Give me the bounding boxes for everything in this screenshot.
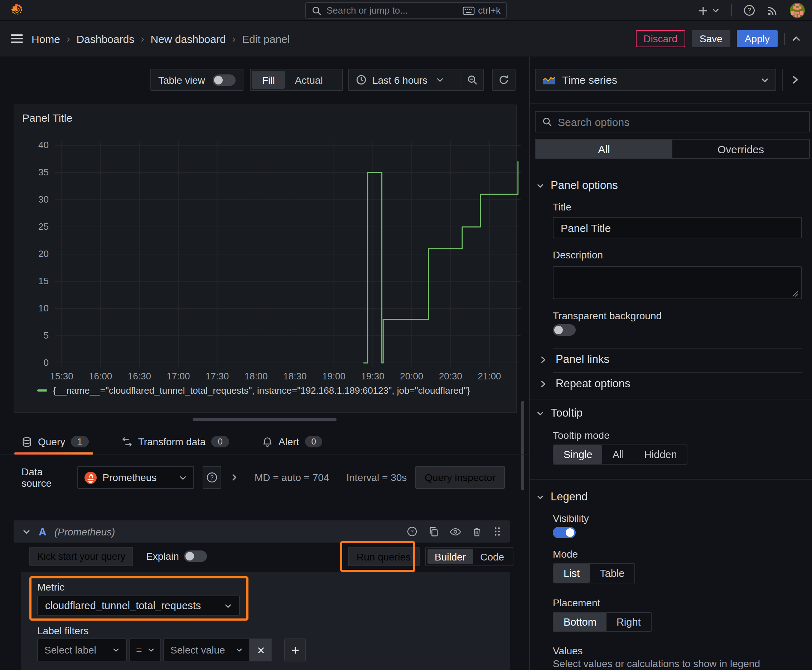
plus-icon xyxy=(697,5,709,16)
builder-code-switch: Builder Code xyxy=(425,547,514,566)
breadcrumb-dashboards[interactable]: Dashboards xyxy=(76,32,134,45)
tab-query[interactable]: Query 1 xyxy=(22,429,89,454)
tooltip-mode-switch: Single All Hidden xyxy=(553,445,688,465)
label-filters-label: Label filters xyxy=(37,625,88,636)
tab-alert[interactable]: Alert 0 xyxy=(262,429,322,454)
global-search[interactable]: ctrl+k xyxy=(305,2,507,19)
query-row-header[interactable]: A (Prometheus) ? xyxy=(14,520,510,543)
panel-links-title: Panel links xyxy=(556,353,609,366)
builder-option[interactable]: Builder xyxy=(427,549,473,564)
repeat-options-title: Repeat options xyxy=(556,377,631,390)
datasource-picker[interactable]: Prometheus xyxy=(77,466,194,489)
discard-button[interactable]: Discard xyxy=(636,30,685,47)
divider xyxy=(553,372,802,373)
tab-transform-data[interactable]: Transform data 0 xyxy=(122,429,229,454)
actual-option[interactable]: Actual xyxy=(285,71,333,89)
code-option[interactable]: Code xyxy=(473,549,511,564)
tooltip-mode-all[interactable]: All xyxy=(603,445,634,464)
breadcrumb-home[interactable]: Home xyxy=(32,32,60,45)
search-icon xyxy=(542,117,552,127)
new-menu-button[interactable] xyxy=(697,5,720,16)
delete-query-trash-icon[interactable] xyxy=(472,526,482,536)
visualization-picker[interactable]: Time series xyxy=(535,69,776,91)
fill-option[interactable]: Fill xyxy=(252,71,285,89)
legend-placement-right[interactable]: Right xyxy=(607,613,651,631)
select-value-dropdown[interactable]: Select value xyxy=(163,638,250,662)
legend-visibility-toggle[interactable] xyxy=(553,527,576,538)
tooltip-mode-hidden[interactable]: Hidden xyxy=(634,445,687,464)
tab-transform-label: Transform data xyxy=(138,436,206,447)
operator-dropdown[interactable]: = xyxy=(129,638,161,662)
save-button[interactable]: Save xyxy=(692,30,731,47)
section-panel-links[interactable]: Panel links xyxy=(539,353,609,366)
metric-select[interactable]: cloudflared_tunnel_total_requests xyxy=(37,596,240,616)
help-button[interactable]: ? xyxy=(743,4,755,17)
table-view-control: Table view xyxy=(150,69,244,91)
collapse-header-button[interactable] xyxy=(791,34,801,44)
zoom-out-button[interactable] xyxy=(460,69,483,90)
breadcrumb-new-dashboard[interactable]: New dashboard xyxy=(151,32,226,45)
options-search-input[interactable] xyxy=(558,116,803,128)
query-ref-id: A xyxy=(39,525,47,538)
time-range-picker[interactable]: Last 6 hours xyxy=(349,74,460,86)
section-legend-title: Legend xyxy=(551,490,588,503)
panel-title-input[interactable] xyxy=(553,217,802,239)
panel-description-textarea[interactable] xyxy=(553,266,802,299)
transparent-background-label: Transparent background xyxy=(553,310,662,321)
section-panel-options[interactable]: Panel options xyxy=(536,179,618,192)
section-repeat-options[interactable]: Repeat options xyxy=(539,377,631,390)
legend-placement-bottom[interactable]: Bottom xyxy=(554,613,607,631)
datasource-help-button[interactable]: ? xyxy=(203,466,222,489)
hide-query-eye-icon[interactable] xyxy=(450,527,461,536)
apply-button[interactable]: Apply xyxy=(737,30,778,47)
chevron-down-icon xyxy=(536,181,544,189)
visualization-name: Time series xyxy=(562,74,617,86)
x-axis-labels: 15:3016:0016:3017:0017:3018:0018:3019:00… xyxy=(55,371,520,382)
kick-start-query-button[interactable]: Kick start your query xyxy=(29,547,133,566)
refresh-button[interactable] xyxy=(492,69,515,91)
time-series-plot[interactable] xyxy=(55,141,520,367)
chevron-right-icon xyxy=(539,355,547,363)
chevron-down-icon xyxy=(224,602,232,609)
legend-mode-table[interactable]: Table xyxy=(590,564,634,583)
options-search[interactable] xyxy=(535,111,810,132)
panel-resize-handle[interactable] xyxy=(193,418,337,421)
panel-options-pane: Time series All Overrides Panel options … xyxy=(529,57,812,670)
duplicate-query-icon[interactable] xyxy=(428,526,439,537)
add-filter-button[interactable] xyxy=(284,638,306,662)
drag-handle-grip-icon[interactable] xyxy=(493,526,501,537)
collapse-pane-button[interactable] xyxy=(782,69,808,91)
explain-toggle[interactable] xyxy=(184,550,207,562)
chevron-right-icon: › xyxy=(232,33,236,44)
menu-toggle-button[interactable] xyxy=(11,34,23,43)
chevron-right-icon xyxy=(539,380,547,387)
remove-filter-button[interactable] xyxy=(250,638,272,662)
query-stats: MD = auto = 704 Interval = 30s xyxy=(254,472,407,483)
select-label-dropdown[interactable]: Select label xyxy=(37,638,127,662)
legend-placement-label: Placement xyxy=(553,597,600,608)
datasource-bar: Data source Prometheus ? MD = auto = 704… xyxy=(0,466,529,489)
query-inspector-button[interactable]: Query inspector xyxy=(415,466,505,489)
chevron-down-icon xyxy=(112,646,120,653)
news-rss-button[interactable] xyxy=(767,5,778,16)
tooltip-mode-single[interactable]: Single xyxy=(554,445,603,464)
user-avatar[interactable] xyxy=(790,3,805,18)
table-view-toggle[interactable] xyxy=(213,74,236,86)
max-data-points-stat: MD = auto = 704 xyxy=(254,472,329,483)
section-legend[interactable]: Legend xyxy=(536,490,588,503)
nav-divider xyxy=(731,4,732,17)
legend-mode-list[interactable]: List xyxy=(554,564,590,583)
series-legend[interactable]: {__name__="cloudflared_tunnel_total_requ… xyxy=(37,385,470,396)
timeseries-viz-icon xyxy=(542,75,556,85)
run-queries-button[interactable]: Run queries xyxy=(348,547,419,566)
expand-options-chevron[interactable] xyxy=(230,473,239,482)
tab-overrides[interactable]: Overrides xyxy=(672,140,809,158)
collapse-query-chevron[interactable] xyxy=(22,527,31,536)
transparent-background-toggle[interactable] xyxy=(553,324,576,336)
query-help-icon[interactable]: ? xyxy=(407,526,417,537)
grafana-logo-icon[interactable] xyxy=(9,3,24,18)
keyboard-icon xyxy=(462,6,475,15)
global-search-input[interactable] xyxy=(327,5,457,16)
section-tooltip[interactable]: Tooltip xyxy=(536,406,583,420)
tab-all-options[interactable]: All xyxy=(536,140,672,158)
